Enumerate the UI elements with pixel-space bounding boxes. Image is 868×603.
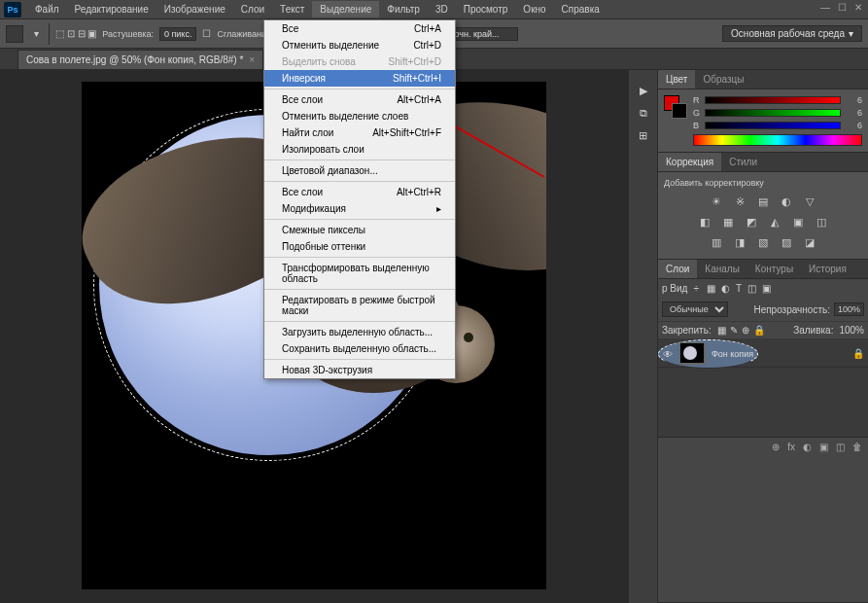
menu-выделение[interactable]: Выделение bbox=[312, 1, 379, 18]
adjustment-icon[interactable]: ◨ bbox=[733, 236, 746, 249]
visibility-icon[interactable]: 👁 bbox=[663, 349, 675, 360]
maximize-button[interactable]: ☐ bbox=[838, 2, 847, 13]
layer-action-icon[interactable]: 🗑 bbox=[852, 442, 862, 452]
adjustment-icon[interactable]: ▦ bbox=[721, 216, 735, 229]
feather-input[interactable]: 0 пикс. bbox=[159, 27, 196, 41]
tab-Слои[interactable]: Слои bbox=[658, 260, 697, 278]
menu-просмотр[interactable]: Просмотр bbox=[456, 1, 516, 18]
layer-action-icon[interactable]: fx bbox=[787, 442, 795, 452]
menu-фильтр[interactable]: Фильтр bbox=[379, 1, 428, 18]
spectrum-bar[interactable] bbox=[693, 134, 862, 146]
strip-icon-1[interactable]: ⧉ bbox=[633, 103, 654, 123]
tab-История[interactable]: История bbox=[801, 260, 854, 278]
window-controls: — ☐ ✕ bbox=[820, 2, 862, 13]
adjustment-icon[interactable]: ◧ bbox=[698, 216, 712, 229]
menu-item[interactable]: ИнверсияShift+Ctrl+I bbox=[264, 70, 455, 87]
menu-item-label: Цветовой диапазон... bbox=[282, 165, 378, 176]
menu-item[interactable]: Отменить выделение слоев bbox=[264, 108, 455, 124]
adjustment-icon[interactable]: ◭ bbox=[768, 216, 781, 229]
menu-item-label: Выделить снова bbox=[282, 56, 356, 67]
menu-3d[interactable]: 3D bbox=[428, 1, 456, 18]
layer-filter-icon[interactable]: ◐ bbox=[721, 283, 730, 294]
tool-preset-dropdown[interactable]: ▾ bbox=[29, 28, 43, 39]
adjustment-icon[interactable]: ▤ bbox=[756, 195, 770, 208]
blend-mode-select[interactable]: Обычные bbox=[662, 302, 728, 317]
menu-окно[interactable]: Окно bbox=[515, 1, 553, 18]
lock-icon[interactable]: 🔒 bbox=[753, 325, 765, 336]
menu-item[interactable]: Изолировать слои bbox=[264, 141, 455, 158]
opacity-input[interactable]: 100% bbox=[834, 302, 864, 316]
adjustment-icon[interactable]: ◩ bbox=[745, 216, 758, 229]
adjustment-icon[interactable]: ☀ bbox=[710, 195, 723, 208]
menu-item[interactable]: Смежные пикселы bbox=[264, 222, 455, 238]
lock-icon[interactable]: ✎ bbox=[730, 325, 738, 336]
menu-item[interactable]: Цветовой диапазон... bbox=[264, 162, 455, 179]
menu-item[interactable]: Подобные оттенки bbox=[264, 238, 455, 255]
layer-filter-icon[interactable]: ▦ bbox=[707, 283, 715, 294]
menu-item[interactable]: Отменить выделениеCtrl+D bbox=[264, 37, 455, 53]
layer-list: 👁Фон копия👁Фон🔒 bbox=[658, 339, 868, 437]
adjustment-icon[interactable]: ※ bbox=[733, 195, 746, 208]
layer-action-icon[interactable]: ◐ bbox=[803, 442, 812, 452]
menu-item[interactable]: Модификация▸ bbox=[264, 200, 455, 217]
adjustments-panel: Коррекция Стили Добавить корректировку ☀… bbox=[658, 153, 868, 260]
tab-adjustments[interactable]: Коррекция bbox=[658, 153, 721, 171]
menu-item[interactable]: Трансформировать выделенную область bbox=[264, 260, 455, 287]
close-button[interactable]: ✕ bbox=[854, 2, 862, 13]
g-slider[interactable] bbox=[705, 109, 841, 117]
menu-item-label: Все слои bbox=[282, 94, 323, 105]
menu-item[interactable]: Найти слоиAlt+Shift+Ctrl+F bbox=[264, 124, 455, 141]
layer-filter-icon[interactable]: T bbox=[736, 283, 742, 294]
layer-action-icon[interactable]: ⊕ bbox=[772, 442, 780, 452]
layer-filter-icon[interactable]: ▣ bbox=[762, 283, 771, 294]
r-slider[interactable] bbox=[705, 96, 841, 104]
menu-item-label: Все слои bbox=[282, 187, 323, 197]
layer-action-icon[interactable]: ▣ bbox=[819, 442, 828, 452]
menu-item[interactable]: Редактировать в режиме быстрой маски bbox=[264, 292, 455, 319]
layer-filter-icon[interactable]: ◫ bbox=[747, 283, 756, 294]
layer-action-icon[interactable]: ◫ bbox=[836, 442, 845, 452]
strip-icon-0[interactable]: ▶ bbox=[633, 81, 654, 100]
document-tab[interactable]: Сова в полете.jpg @ 50% (Фон копия, RGB/… bbox=[17, 50, 263, 69]
minimize-button[interactable]: — bbox=[820, 2, 830, 13]
adjustment-icon[interactable]: ◪ bbox=[803, 236, 816, 249]
color-swatch[interactable] bbox=[664, 95, 687, 119]
menu-item[interactable]: Новая 3D-экструзия bbox=[264, 362, 455, 378]
adjustment-icon[interactable]: ▣ bbox=[791, 216, 805, 229]
adjustment-icon[interactable]: ◫ bbox=[815, 216, 828, 229]
right-panel-column: ▶⧉⊞ Цвет Образцы R6 G6 B6 bbox=[628, 70, 868, 603]
fill-input[interactable]: 100% bbox=[839, 325, 864, 336]
menu-item[interactable]: Все слоиAlt+Ctrl+A bbox=[264, 91, 455, 108]
layer-row[interactable]: 👁Фон🔒 bbox=[658, 339, 868, 368]
menu-item[interactable]: ВсеCtrl+A bbox=[264, 20, 455, 37]
adjustment-icon[interactable]: ◐ bbox=[780, 195, 793, 208]
adjustment-icon[interactable]: ▧ bbox=[756, 236, 770, 249]
menu-item[interactable]: Загрузить выделенную область... bbox=[264, 324, 455, 340]
menu-редактирование[interactable]: Редактирование bbox=[67, 1, 156, 18]
lock-icon[interactable]: ▦ bbox=[717, 325, 726, 336]
close-tab-icon[interactable]: × bbox=[249, 54, 255, 65]
menu-item[interactable]: Все слоиAlt+Ctrl+R bbox=[264, 184, 455, 200]
menu-item[interactable]: Сохранить выделенную область... bbox=[264, 340, 455, 357]
layer-row[interactable]: 👁Фон копия bbox=[658, 339, 758, 369]
tab-Контуры[interactable]: Контуры bbox=[747, 260, 801, 278]
menu-текст[interactable]: Текст bbox=[272, 1, 312, 18]
tool-preset-icon[interactable] bbox=[6, 25, 23, 43]
menu-справка[interactable]: Справка bbox=[554, 1, 608, 18]
strip-icon-2[interactable]: ⊞ bbox=[633, 125, 654, 145]
workspace-switcher[interactable]: Основная рабочая среда▾ bbox=[722, 25, 862, 42]
menu-файл[interactable]: Файл bbox=[27, 1, 67, 18]
marquee-icon[interactable]: ⬚ ⊡ ⊟ ▣ bbox=[55, 28, 96, 39]
menu-слои[interactable]: Слои bbox=[233, 1, 272, 18]
lock-icon[interactable]: ⊕ bbox=[742, 325, 749, 336]
tab-Каналы[interactable]: Каналы bbox=[697, 260, 747, 278]
tab-styles[interactable]: Стили bbox=[721, 153, 765, 171]
adjustment-icon[interactable]: ▨ bbox=[780, 236, 793, 249]
adjustment-icon[interactable]: ▽ bbox=[803, 195, 816, 208]
adjustment-icon[interactable]: ▥ bbox=[710, 236, 723, 249]
feather-label: Растушевка: bbox=[102, 29, 154, 39]
b-slider[interactable] bbox=[705, 122, 841, 129]
tab-swatches[interactable]: Образцы bbox=[695, 70, 751, 89]
menu-изображение[interactable]: Изображение bbox=[156, 1, 233, 18]
tab-color[interactable]: Цвет bbox=[658, 70, 695, 89]
